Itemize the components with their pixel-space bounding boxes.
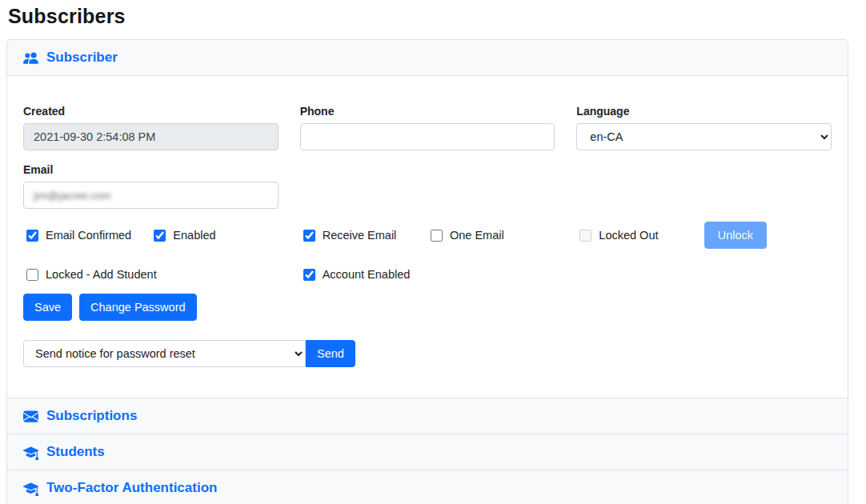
save-button[interactable]: Save [23, 294, 72, 321]
locked-add-student-checkbox[interactable] [26, 269, 38, 281]
mortarboard-icon [23, 445, 38, 460]
account-enabled-checkbox[interactable] [303, 269, 315, 281]
receive-email-label: Receive Email [323, 229, 397, 242]
section-subscriptions: Subscriptions [7, 398, 848, 434]
accordion-title-twofactor: Two-Factor Authentication [46, 480, 217, 496]
accordion-title-students: Students [46, 444, 105, 460]
section-subscriber: Subscriber Created Phone Language [7, 40, 848, 398]
unlock-button[interactable]: Unlock [704, 222, 767, 249]
subscriber-accordion: Subscriber Created Phone Language [6, 39, 848, 504]
checkbox-email-confirmed[interactable]: Email Confirmed [23, 229, 150, 242]
people-icon [23, 50, 38, 66]
phone-input[interactable] [300, 123, 555, 150]
enabled-label: Enabled [173, 229, 215, 242]
email-value-redacted: jim@jacnet.com [34, 190, 110, 202]
accordion-header-subscriber[interactable]: Subscriber [7, 40, 848, 75]
checkbox-locked-add-student[interactable]: Locked - Add Student [23, 268, 279, 281]
checkbox-account-enabled[interactable]: Account Enabled [300, 268, 555, 281]
created-input [23, 123, 279, 150]
email-input[interactable]: jim@jacnet.com [23, 182, 279, 209]
envelope-icon [23, 409, 38, 424]
checkbox-enabled[interactable]: Enabled [150, 229, 278, 242]
accordion-title-subscriber: Subscriber [46, 50, 118, 66]
one-email-label: One Email [450, 229, 504, 242]
accordion-header-twofactor[interactable]: Two-Factor Authentication [7, 470, 848, 504]
subscribers-page: Subscribers Subscriber Created Phone [0, 0, 866, 504]
email-confirmed-label: Email Confirmed [46, 229, 131, 242]
email-label: Email [23, 163, 279, 176]
locked-add-student-label: Locked - Add Student [46, 268, 157, 281]
accordion-header-students[interactable]: Students [7, 434, 848, 470]
checkbox-locked-out: Locked Out [576, 229, 704, 242]
language-label: Language [576, 105, 832, 118]
subscriber-form: Created Phone Language en-CA [7, 75, 848, 398]
section-students: Students [7, 434, 848, 470]
checkbox-one-email[interactable]: One Email [427, 229, 555, 242]
send-button[interactable]: Send [306, 340, 355, 367]
mortarboard-icon [23, 481, 38, 496]
checkbox-receive-email[interactable]: Receive Email [300, 229, 427, 242]
notice-select[interactable]: Send notice for password reset [23, 340, 306, 367]
section-twofactor: Two-Factor Authentication [7, 470, 848, 504]
account-enabled-label: Account Enabled [323, 268, 411, 281]
accordion-title-subscriptions: Subscriptions [46, 408, 137, 424]
accordion-header-subscriptions[interactable]: Subscriptions [7, 398, 848, 434]
locked-out-checkbox [579, 230, 591, 242]
email-confirmed-checkbox[interactable] [26, 230, 38, 242]
locked-out-label: Locked Out [599, 229, 658, 242]
change-password-button[interactable]: Change Password [79, 294, 197, 321]
page-title: Subscribers [8, 5, 848, 28]
phone-label: Phone [300, 105, 555, 118]
receive-email-checkbox[interactable] [303, 230, 315, 242]
one-email-checkbox[interactable] [431, 230, 443, 242]
language-select[interactable]: en-CA [576, 123, 832, 150]
created-label: Created [23, 105, 279, 118]
enabled-checkbox[interactable] [154, 230, 166, 242]
